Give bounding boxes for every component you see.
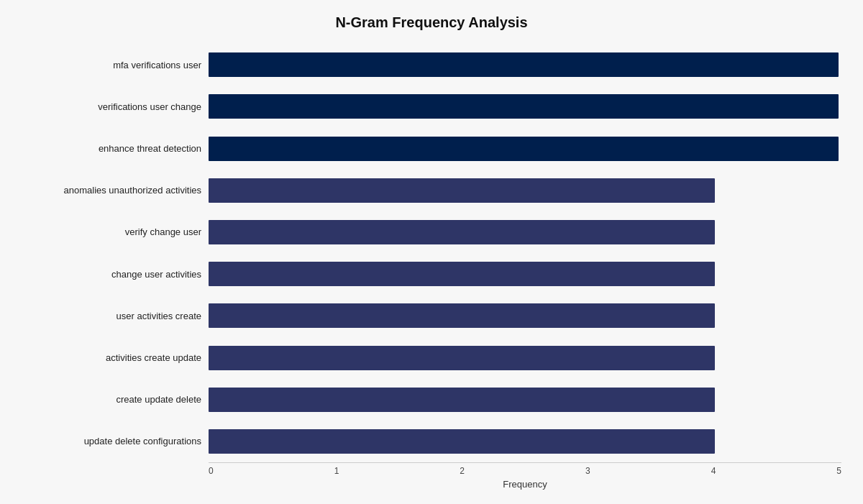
bar-label: activities create update [22,352,209,363]
bar-track [209,344,841,372]
bar-label: anomalies unauthorized activities [22,185,209,196]
bar-track [209,177,841,204]
x-tick: 5 [836,466,841,476]
bar-fill [209,303,715,328]
bar-fill [209,178,715,203]
bar-label: verify change user [22,226,209,237]
bar-row: verifications user change [22,86,841,127]
chart-area: mfa verifications userverifications user… [22,44,841,462]
bar-fill [209,346,715,370]
bar-track [209,260,841,288]
x-tick: 2 [460,466,465,476]
bar-fill [209,220,715,244]
bar-row: user activities create [22,295,841,336]
bar-track [209,93,841,120]
bar-fill [209,388,715,412]
bar-fill [209,429,715,454]
bars-section: mfa verifications userverifications user… [22,44,841,462]
bar-fill [209,262,715,286]
bar-row: verify change user [22,211,841,253]
bar-label: user activities create [22,311,209,321]
bar-label: change user activities [22,269,209,280]
bar-track [209,428,841,455]
bar-row: anomalies unauthorized activities [22,170,841,211]
bar-row: change user activities [22,253,841,295]
bar-fill [209,52,839,77]
bar-row: enhance threat detection [22,127,841,169]
x-tick: 4 [711,466,716,476]
x-tick: 3 [585,466,590,476]
x-axis-ticks: 012345 [209,463,841,477]
bar-label: mfa verifications user [22,60,209,70]
chart-container: mfa verifications userverifications user… [22,44,841,490]
bar-row: mfa verifications user [22,44,841,86]
bar-track [209,51,841,78]
bar-row: activities create update [22,336,841,378]
x-tick: 1 [334,466,339,476]
bar-track [209,219,841,246]
bar-label: enhance threat detection [22,143,209,154]
bar-track [209,386,841,413]
bar-fill [209,137,839,161]
bar-track [209,135,841,162]
bar-row: create update delete [22,379,841,421]
bar-label: verifications user change [22,101,209,112]
bar-track [209,302,841,329]
chart-title: N-Gram Frequency Analysis [335,14,527,31]
x-tick: 0 [209,466,214,476]
bar-label: update delete configurations [22,436,209,446]
bar-label: create update delete [22,394,209,405]
x-axis-label: Frequency [209,479,841,490]
bar-row: update delete configurations [22,421,841,462]
x-axis-area: 012345 Frequency [209,462,841,490]
bar-fill [209,94,839,119]
